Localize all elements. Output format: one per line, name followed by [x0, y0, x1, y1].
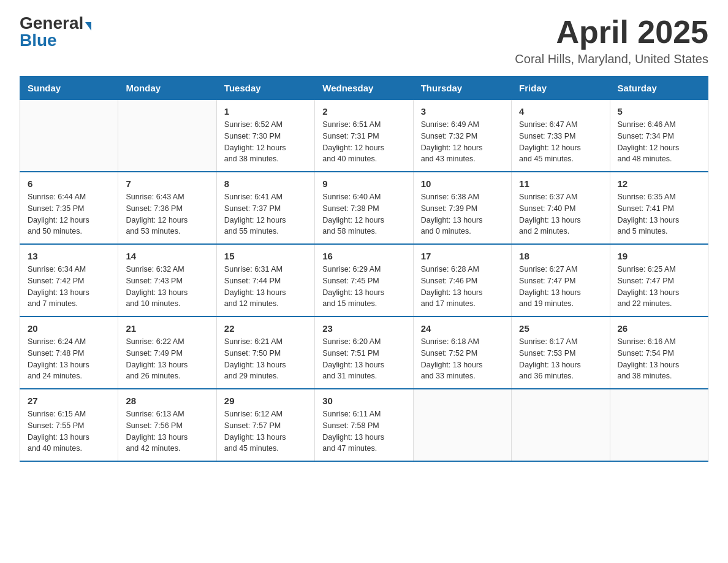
calendar-cell-w1-d4: 2Sunrise: 6:51 AMSunset: 7:31 PMDaylight… [315, 100, 413, 172]
day-info: Sunrise: 6:46 AMSunset: 7:34 PMDaylight:… [618, 119, 700, 165]
title-section: April 2025 Coral Hills, Maryland, United… [515, 15, 708, 66]
day-info: Sunrise: 6:44 AMSunset: 7:35 PMDaylight:… [28, 191, 110, 237]
logo-blue-row: Blue [20, 32, 57, 49]
calendar-week-3: 13Sunrise: 6:34 AMSunset: 7:42 PMDayligh… [20, 244, 708, 316]
calendar-cell-w1-d1 [20, 100, 118, 172]
calendar-cell-w5-d7 [610, 389, 708, 461]
calendar-cell-w5-d2: 28Sunrise: 6:13 AMSunset: 7:56 PMDayligh… [118, 389, 216, 461]
calendar-header-row: Sunday Monday Tuesday Wednesday Thursday… [20, 77, 708, 100]
day-number: 27 [28, 396, 110, 406]
calendar-cell-w3-d6: 18Sunrise: 6:27 AMSunset: 7:47 PMDayligh… [512, 244, 610, 316]
day-number: 2 [322, 106, 405, 117]
logo: General Blue [20, 15, 91, 49]
day-info: Sunrise: 6:24 AMSunset: 7:48 PMDaylight:… [28, 336, 110, 382]
calendar-cell-w5-d4: 30Sunrise: 6:11 AMSunset: 7:58 PMDayligh… [315, 389, 413, 461]
calendar-cell-w5-d5 [413, 389, 511, 461]
header-saturday: Saturday [610, 77, 708, 100]
day-info: Sunrise: 6:29 AMSunset: 7:45 PMDaylight:… [322, 264, 405, 310]
logo-blue-text: Blue [20, 31, 57, 50]
day-number: 20 [28, 323, 110, 334]
day-number: 8 [224, 178, 307, 189]
day-number: 18 [519, 251, 602, 261]
day-info: Sunrise: 6:17 AMSunset: 7:53 PMDaylight:… [519, 336, 602, 382]
day-number: 1 [224, 106, 307, 117]
calendar-cell-w1-d5: 3Sunrise: 6:49 AMSunset: 7:32 PMDaylight… [413, 100, 511, 172]
calendar-cell-w4-d3: 22Sunrise: 6:21 AMSunset: 7:50 PMDayligh… [216, 316, 314, 389]
day-number: 28 [126, 396, 208, 406]
day-number: 6 [28, 178, 110, 189]
calendar-week-1: 1Sunrise: 6:52 AMSunset: 7:30 PMDaylight… [20, 100, 708, 172]
calendar-cell-w1-d7: 5Sunrise: 6:46 AMSunset: 7:34 PMDaylight… [610, 100, 708, 172]
day-info: Sunrise: 6:20 AMSunset: 7:51 PMDaylight:… [322, 336, 405, 382]
day-number: 16 [322, 251, 405, 261]
day-info: Sunrise: 6:12 AMSunset: 7:57 PMDaylight:… [224, 408, 307, 454]
calendar-cell-w2-d1: 6Sunrise: 6:44 AMSunset: 7:35 PMDaylight… [20, 172, 118, 244]
calendar-cell-w2-d6: 11Sunrise: 6:37 AMSunset: 7:40 PMDayligh… [512, 172, 610, 244]
day-info: Sunrise: 6:11 AMSunset: 7:58 PMDaylight:… [322, 408, 405, 454]
page-header: General Blue April 2025 Coral Hills, Mar… [20, 15, 708, 66]
day-info: Sunrise: 6:47 AMSunset: 7:33 PMDaylight:… [519, 119, 602, 165]
day-info: Sunrise: 6:37 AMSunset: 7:40 PMDaylight:… [519, 191, 602, 237]
calendar-cell-w5-d1: 27Sunrise: 6:15 AMSunset: 7:55 PMDayligh… [20, 389, 118, 461]
day-number: 3 [421, 106, 504, 117]
calendar-cell-w2-d3: 8Sunrise: 6:41 AMSunset: 7:37 PMDaylight… [216, 172, 314, 244]
day-number: 12 [618, 178, 700, 189]
day-info: Sunrise: 6:41 AMSunset: 7:37 PMDaylight:… [224, 191, 307, 237]
day-info: Sunrise: 6:16 AMSunset: 7:54 PMDaylight:… [618, 336, 700, 382]
day-number: 17 [421, 251, 504, 261]
calendar-week-4: 20Sunrise: 6:24 AMSunset: 7:48 PMDayligh… [20, 316, 708, 389]
calendar-week-5: 27Sunrise: 6:15 AMSunset: 7:55 PMDayligh… [20, 389, 708, 461]
calendar-cell-w3-d5: 17Sunrise: 6:28 AMSunset: 7:46 PMDayligh… [413, 244, 511, 316]
day-number: 19 [618, 251, 700, 261]
day-number: 15 [224, 251, 307, 261]
calendar-cell-w4-d2: 21Sunrise: 6:22 AMSunset: 7:49 PMDayligh… [118, 316, 216, 389]
day-info: Sunrise: 6:32 AMSunset: 7:43 PMDaylight:… [126, 264, 208, 310]
day-info: Sunrise: 6:35 AMSunset: 7:41 PMDaylight:… [618, 191, 700, 237]
day-info: Sunrise: 6:28 AMSunset: 7:46 PMDaylight:… [421, 264, 504, 310]
calendar-cell-w2-d2: 7Sunrise: 6:43 AMSunset: 7:36 PMDaylight… [118, 172, 216, 244]
day-info: Sunrise: 6:18 AMSunset: 7:52 PMDaylight:… [421, 336, 504, 382]
day-info: Sunrise: 6:38 AMSunset: 7:39 PMDaylight:… [421, 191, 504, 237]
calendar-cell-w2-d7: 12Sunrise: 6:35 AMSunset: 7:41 PMDayligh… [610, 172, 708, 244]
day-number: 24 [421, 323, 504, 334]
month-year-title: April 2025 [515, 15, 708, 50]
day-info: Sunrise: 6:13 AMSunset: 7:56 PMDaylight:… [126, 408, 208, 454]
calendar-cell-w4-d7: 26Sunrise: 6:16 AMSunset: 7:54 PMDayligh… [610, 316, 708, 389]
day-number: 22 [224, 323, 307, 334]
calendar-cell-w2-d4: 9Sunrise: 6:40 AMSunset: 7:38 PMDaylight… [315, 172, 413, 244]
header-thursday: Thursday [413, 77, 511, 100]
day-info: Sunrise: 6:15 AMSunset: 7:55 PMDaylight:… [28, 408, 110, 454]
day-info: Sunrise: 6:25 AMSunset: 7:47 PMDaylight:… [618, 264, 700, 310]
day-number: 11 [519, 178, 602, 189]
day-info: Sunrise: 6:34 AMSunset: 7:42 PMDaylight:… [28, 264, 110, 310]
day-number: 25 [519, 323, 602, 334]
day-number: 4 [519, 106, 602, 117]
calendar-cell-w1-d2 [118, 100, 216, 172]
calendar-cell-w1-d6: 4Sunrise: 6:47 AMSunset: 7:33 PMDaylight… [512, 100, 610, 172]
day-info: Sunrise: 6:51 AMSunset: 7:31 PMDaylight:… [322, 119, 405, 165]
calendar-table: Sunday Monday Tuesday Wednesday Thursday… [20, 76, 708, 462]
day-number: 30 [322, 396, 405, 406]
header-monday: Monday [118, 77, 216, 100]
calendar-cell-w3-d2: 14Sunrise: 6:32 AMSunset: 7:43 PMDayligh… [118, 244, 216, 316]
day-info: Sunrise: 6:52 AMSunset: 7:30 PMDaylight:… [224, 119, 307, 165]
day-info: Sunrise: 6:27 AMSunset: 7:47 PMDaylight:… [519, 264, 602, 310]
day-number: 9 [322, 178, 405, 189]
calendar-week-2: 6Sunrise: 6:44 AMSunset: 7:35 PMDaylight… [20, 172, 708, 244]
day-info: Sunrise: 6:43 AMSunset: 7:36 PMDaylight:… [126, 191, 208, 237]
calendar-cell-w2-d5: 10Sunrise: 6:38 AMSunset: 7:39 PMDayligh… [413, 172, 511, 244]
logo-general-text: General [20, 13, 83, 33]
day-number: 29 [224, 396, 307, 406]
header-friday: Friday [512, 77, 610, 100]
calendar-cell-w3-d4: 16Sunrise: 6:29 AMSunset: 7:45 PMDayligh… [315, 244, 413, 316]
calendar-cell-w5-d6 [512, 389, 610, 461]
day-info: Sunrise: 6:22 AMSunset: 7:49 PMDaylight:… [126, 336, 208, 382]
day-number: 10 [421, 178, 504, 189]
day-number: 23 [322, 323, 405, 334]
day-number: 5 [618, 106, 700, 117]
calendar-cell-w4-d5: 24Sunrise: 6:18 AMSunset: 7:52 PMDayligh… [413, 316, 511, 389]
day-number: 26 [618, 323, 700, 334]
header-wednesday: Wednesday [315, 77, 413, 100]
day-number: 21 [126, 323, 208, 334]
calendar-cell-w3-d7: 19Sunrise: 6:25 AMSunset: 7:47 PMDayligh… [610, 244, 708, 316]
